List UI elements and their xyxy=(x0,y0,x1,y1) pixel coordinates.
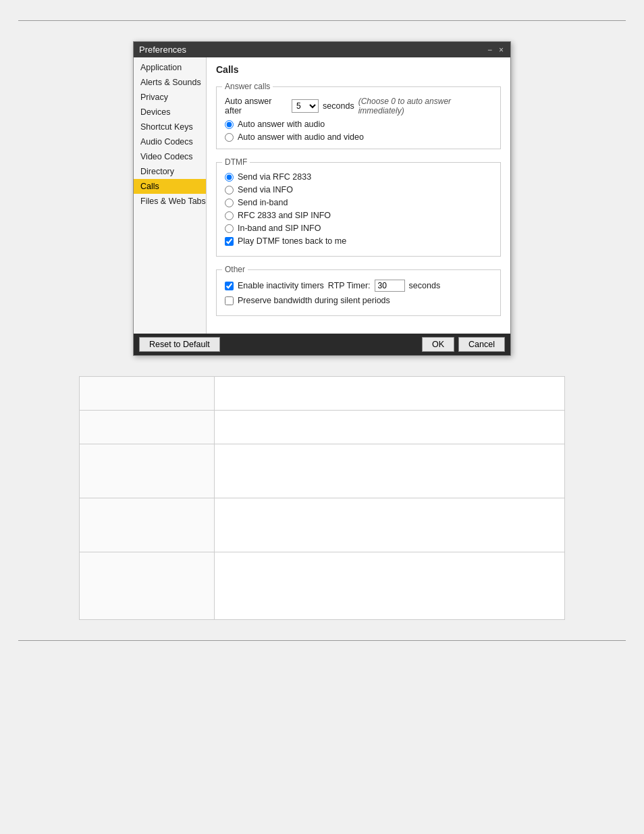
table-cell-left xyxy=(80,444,215,498)
table-cell-right xyxy=(215,552,565,620)
table-cell-right xyxy=(215,444,565,498)
sidebar-item-calls[interactable]: Calls xyxy=(134,179,206,194)
dtmf-play-tones-checkbox[interactable] xyxy=(225,237,234,246)
sidebar-item-shortcut-keys[interactable]: Shortcut Keys xyxy=(134,120,206,134)
reset-default-button[interactable]: Reset to Default xyxy=(139,337,220,352)
sidebar-item-devices[interactable]: Devices xyxy=(134,105,206,120)
dialog-footer: Reset to Default OK Cancel xyxy=(134,334,510,355)
dtmf-inband-sip-radio[interactable] xyxy=(225,224,234,233)
radio-audio-video[interactable] xyxy=(225,133,234,142)
table-row xyxy=(80,377,565,411)
inactivity-row: Enable inactivity timers RTP Timer: seco… xyxy=(225,280,492,292)
preserve-label[interactable]: Preserve bandwidth during silent periods xyxy=(238,296,390,305)
radio-audio-label[interactable]: Auto answer with audio xyxy=(238,120,325,129)
cancel-button[interactable]: Cancel xyxy=(458,337,505,352)
dtmf-play-tones-label[interactable]: Play DTMF tones back to me xyxy=(238,236,346,246)
dtmf-rfc2833-radio[interactable] xyxy=(225,173,234,182)
dtmf-rfc-sip-row: RFC 2833 and SIP INFO xyxy=(225,211,492,220)
radio-audio-row: Auto answer with audio xyxy=(225,120,492,129)
table-cell-left xyxy=(80,411,215,444)
radio-audio-video-label[interactable]: Auto answer with audio and video xyxy=(238,132,364,142)
sidebar-item-directory[interactable]: Directory xyxy=(134,164,206,179)
minimize-button[interactable]: − xyxy=(486,45,493,55)
dialog-body: Application Alerts & Sounds Privacy Devi… xyxy=(134,57,510,334)
dtmf-play-tones-row: Play DTMF tones back to me xyxy=(225,236,492,246)
table-cell-left xyxy=(80,377,215,411)
sidebar-item-video-codecs[interactable]: Video Codecs xyxy=(134,149,206,164)
sidebar-item-audio-codecs[interactable]: Audio Codecs xyxy=(134,134,206,149)
sidebar-item-files-web-tabs[interactable]: Files & Web Tabs xyxy=(134,194,206,209)
table-cell-right xyxy=(215,377,565,411)
dtmf-section: DTMF Send via RFC 2833 Send via INFO Sen… xyxy=(216,157,501,257)
dtmf-inband-sip-row: In-band and SIP INFO xyxy=(225,224,492,233)
bottom-divider xyxy=(18,640,626,641)
top-divider xyxy=(18,20,626,21)
table-row xyxy=(80,498,565,552)
preferences-dialog: Preferences − × Application Alerts & Sou… xyxy=(133,41,511,356)
auto-answer-label: Auto answer after xyxy=(225,97,288,115)
rtp-timer-unit: seconds xyxy=(409,281,441,290)
auto-answer-unit: seconds xyxy=(323,101,354,111)
table-row xyxy=(80,444,565,498)
table-cell-right xyxy=(215,411,565,444)
close-button[interactable]: × xyxy=(498,45,505,55)
main-content: Calls Answer calls Auto answer after 5 0… xyxy=(207,57,510,334)
dtmf-legend: DTMF xyxy=(222,157,250,167)
dialog-titlebar: Preferences − × xyxy=(134,42,510,57)
dialog-title: Preferences xyxy=(139,45,186,55)
other-legend: Other xyxy=(222,265,248,274)
preserve-row: Preserve bandwidth during silent periods xyxy=(225,296,492,305)
table-cell-left xyxy=(80,552,215,620)
titlebar-controls: − × xyxy=(486,45,505,55)
dtmf-inband-label[interactable]: Send in-band xyxy=(238,198,288,207)
table-row xyxy=(80,411,565,444)
auto-answer-hint: (Choose 0 to auto answer immediately) xyxy=(358,97,492,115)
other-section: Other Enable inactivity timers RTP Timer… xyxy=(216,265,501,316)
sidebar-item-privacy[interactable]: Privacy xyxy=(134,90,206,105)
radio-audio[interactable] xyxy=(225,120,234,129)
dtmf-info-radio[interactable] xyxy=(225,186,234,194)
dtmf-info-label[interactable]: Send via INFO xyxy=(238,185,293,194)
dtmf-rfc-sip-radio[interactable] xyxy=(225,211,234,220)
answer-calls-legend: Answer calls xyxy=(222,82,273,91)
auto-answer-dropdown[interactable]: 5 0 10 15 30 xyxy=(292,99,319,113)
dtmf-rfc2833-row: Send via RFC 2833 xyxy=(225,172,492,182)
reference-table xyxy=(79,376,565,620)
answer-calls-section: Answer calls Auto answer after 5 0 10 15… xyxy=(216,82,501,149)
preserve-checkbox[interactable] xyxy=(225,296,234,305)
inactivity-label[interactable]: Enable inactivity timers xyxy=(238,281,324,290)
auto-answer-row: Auto answer after 5 0 10 15 30 seconds (… xyxy=(225,97,492,115)
section-title: Calls xyxy=(216,64,501,75)
rtp-timer-input[interactable] xyxy=(375,280,405,292)
rtp-timer-label: RTP Timer: xyxy=(328,281,371,290)
sidebar-item-alerts-sounds[interactable]: Alerts & Sounds xyxy=(134,75,206,90)
dtmf-inband-row: Send in-band xyxy=(225,198,492,207)
sidebar-item-application[interactable]: Application xyxy=(134,60,206,75)
dtmf-rfc2833-label[interactable]: Send via RFC 2833 xyxy=(238,172,311,182)
ok-button[interactable]: OK xyxy=(422,337,454,352)
dtmf-rfc-sip-label[interactable]: RFC 2833 and SIP INFO xyxy=(238,211,331,220)
radio-audio-video-row: Auto answer with audio and video xyxy=(225,132,492,142)
footer-right-buttons: OK Cancel xyxy=(422,337,505,352)
sidebar: Application Alerts & Sounds Privacy Devi… xyxy=(134,57,207,334)
dtmf-inband-sip-label[interactable]: In-band and SIP INFO xyxy=(238,224,321,233)
table-cell-right xyxy=(215,498,565,552)
dtmf-inband-radio[interactable] xyxy=(225,199,234,207)
table-row xyxy=(80,552,565,620)
table-cell-left xyxy=(80,498,215,552)
dtmf-info-row: Send via INFO xyxy=(225,185,492,194)
inactivity-checkbox[interactable] xyxy=(225,282,234,290)
